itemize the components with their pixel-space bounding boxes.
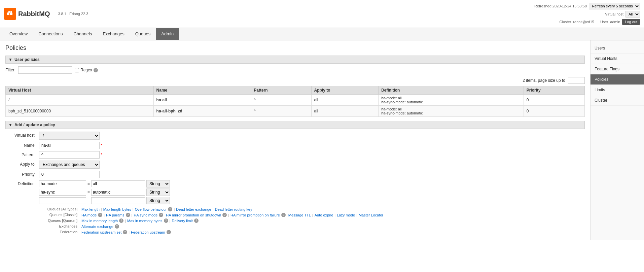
link-auto-expire[interactable]: Auto expire [315,213,333,217]
refresh-select[interactable]: Refresh every 5 seconds [589,3,640,9]
link-alternate-exchange[interactable]: Alternate exchange [81,225,113,229]
sidebar-item-virtual-hosts[interactable]: Virtual Hosts [591,54,644,64]
vhost-label: Virtual host [605,12,623,16]
sidebar-item-feature-flags[interactable]: Feature Flags [591,64,644,74]
nav: Overview Connections Channels Exchanges … [0,28,644,40]
col-name: Name [153,86,251,95]
sidebar-item-users[interactable]: Users [591,43,644,54]
queues-all-label: Queues [All types] [39,207,79,211]
link-ha-mode[interactable]: HA mode [81,213,97,217]
def-type-3[interactable]: String [146,197,170,204]
sidebar-item-policies[interactable]: Policies [591,74,644,85]
federation-upstream-help[interactable]: ? [167,230,171,234]
priority-input[interactable]: 0 [39,171,100,178]
nav-admin[interactable]: Admin [156,28,179,40]
logout-button[interactable]: Log out [622,19,640,25]
apply-select-wrap: Exchanges and queues [39,161,585,169]
queues-classic-section: Queues [Classic] HA mode ? | HA params ?… [39,213,585,217]
link-federation-upstream[interactable]: Federation upstream [131,230,165,234]
name-required: * [101,143,102,148]
queues-all-section: Queues [All types] Max length | Max leng… [39,207,585,211]
main-content: Policies ▼ User policies Filter: Regex ?… [0,40,590,240]
col-pattern: Pattern [251,86,311,95]
vhost-form-label: Virtual host: [5,132,39,138]
exchanges-section: Exchanges Alternate exchange ? [39,224,585,229]
link-lazy-mode[interactable]: Lazy mode [337,213,355,217]
def-key-3[interactable] [39,197,86,204]
link-message-ttl[interactable]: Message TTL [288,213,311,217]
queues-classic-links: HA mode ? | HA params ? | HA sync mode ?… [81,213,383,217]
nav-overview[interactable]: Overview [4,28,33,40]
regex-checkbox[interactable] [75,68,79,72]
link-ha-mirror-shutdown[interactable]: HA mirror promotion on shutdown [166,213,221,217]
row2-def: ha-mode: all ha-sync-mode: automatic [379,106,524,117]
overflow-help[interactable]: ? [168,207,172,211]
def-row-1: ha-mode = all String [39,180,585,188]
max-in-memory-bytes-help[interactable]: ? [164,218,168,223]
nav-queues[interactable]: Queues [130,28,156,40]
delivery-limit-help[interactable]: ? [194,218,199,223]
filter-input[interactable] [18,66,72,74]
link-dead-letter-exchange[interactable]: Dead letter exchange [176,207,211,211]
page-size-input[interactable]: 100 [568,77,585,84]
ha-mode-help[interactable]: ? [98,213,102,217]
def-val-3[interactable] [91,197,145,204]
link-ha-sync-mode[interactable]: HA sync mode [134,213,157,217]
count-text: 2 items, page size up to [523,78,565,83]
link-overflow-behaviour[interactable]: Overflow behaviour [135,207,167,211]
definition-row-form: Definition: ha-mode = all String [5,180,585,204]
max-in-memory-length-help[interactable]: ? [119,218,123,223]
link-delivery-limit[interactable]: Delivery limit [172,219,192,223]
vhost-select[interactable]: All [625,11,640,18]
ha-mirror-shutdown-help[interactable]: ? [222,213,227,217]
row1-pattern: ^ [251,95,311,106]
logo-icon [4,8,16,20]
regex-help[interactable]: ? [94,68,98,72]
name-input[interactable]: ha-all [39,142,100,149]
link-master-locator[interactable]: Master Locator [359,213,383,217]
link-max-length[interactable]: Max length [81,207,100,211]
def-key-1[interactable]: ha-mode [39,180,86,187]
sidebar-item-limits[interactable]: Limits [591,85,644,95]
user-policies-header[interactable]: ▼ User policies [5,56,585,64]
page-title: Policies [5,44,585,52]
cluster-label: Cluster [560,20,571,24]
add-policy-header[interactable]: ▼ Add / update a policy [5,121,585,129]
col-vhost: Virtual Host [6,86,154,95]
pattern-form-label: Pattern: [5,151,39,157]
logo-text: RabbitMQ [18,10,50,18]
collapse-arrow-add-policy: ▼ [8,123,12,127]
federation-upstream-set-help[interactable]: ? [123,230,127,234]
link-dead-letter-routing-key[interactable]: Dead letter routing key [215,207,252,211]
link-max-length-bytes[interactable]: Max length bytes [103,207,131,211]
regex-label: Regex [80,68,92,72]
def-val-2[interactable]: automatic [91,189,145,196]
link-ha-mirror-failure[interactable]: HA mirror promotion on failure [230,213,280,217]
nav-exchanges[interactable]: Exchanges [97,28,130,40]
def-val-1[interactable]: all [91,180,145,187]
filter-label: Filter: [5,68,15,72]
pattern-input[interactable]: ^ [39,151,100,159]
queues-classic-label: Queues [Classic] [39,213,79,217]
ha-params-help[interactable]: ? [126,213,130,217]
link-ha-params[interactable]: HA params [106,213,124,217]
ha-mirror-failure-help[interactable]: ? [281,213,286,217]
def-key-2[interactable]: ha-sync [39,189,86,196]
name-input-wrap: ha-all * [39,142,585,149]
ha-sync-help[interactable]: ? [159,213,163,217]
link-federation-upstream-set[interactable]: Federation upstream set [81,230,121,234]
queues-quorum-links: Max in memory length ? | Max in memory b… [81,218,199,223]
header-right: Refreshed 2020-12-24 15:53:58 Refresh ev… [534,3,640,25]
nav-channels[interactable]: Channels [68,28,97,40]
def-type-1[interactable]: String [146,180,170,188]
def-type-2[interactable]: String [146,189,170,196]
link-max-in-memory-length[interactable]: Max in memory length [81,219,118,223]
queues-quorum-label: Queues [Quorum] [39,218,79,223]
apply-select[interactable]: Exchanges and queues [39,161,100,169]
nav-connections[interactable]: Connections [33,28,68,40]
sidebar-item-cluster[interactable]: Cluster [591,95,644,106]
vhost-form-select[interactable]: / [39,132,100,140]
link-max-in-memory-bytes[interactable]: Max in memory bytes [127,219,163,223]
add-policy-section: ▼ Add / update a policy Virtual host: / … [5,121,585,234]
alternate-exchange-help[interactable]: ? [115,224,119,229]
